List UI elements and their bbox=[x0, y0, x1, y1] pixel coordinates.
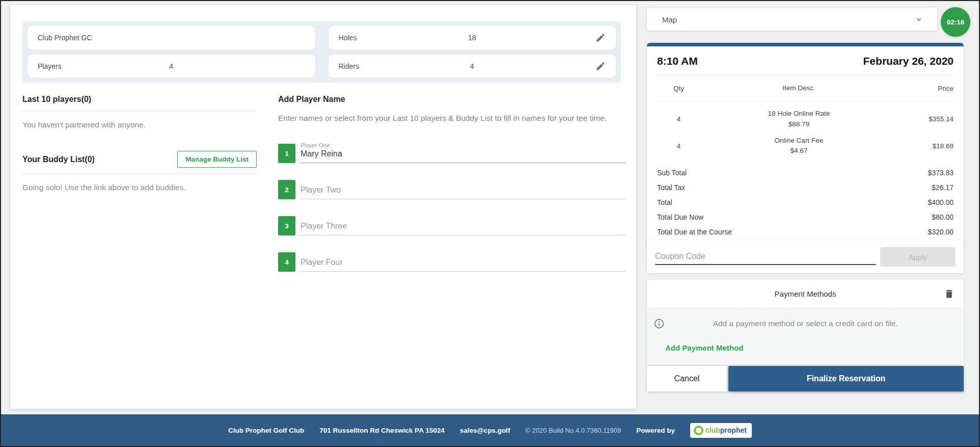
edit-holes-icon[interactable] bbox=[595, 33, 606, 43]
coupon-code-input[interactable] bbox=[655, 249, 876, 265]
footer-email-link[interactable]: sales@cps.golf bbox=[460, 427, 510, 434]
subtotal-row: Sub Total $373.83 bbox=[657, 165, 954, 180]
player-4-badge: 4 bbox=[278, 252, 295, 272]
due-at-course-row: Total Due at the Course $320.00 bbox=[657, 224, 954, 239]
holes-label: Holes bbox=[339, 34, 357, 42]
holes-card[interactable]: Holes 18 bbox=[329, 26, 616, 50]
footer-address: 701 Russellton Rd Cheswick PA 15024 bbox=[319, 427, 444, 434]
item-unit-price: $88.79 bbox=[788, 120, 809, 128]
player-row-2: 2 bbox=[278, 180, 626, 199]
apply-coupon-button[interactable]: Apply bbox=[880, 247, 956, 267]
order-summary-card: 8:10 AM February 26, 2020 Qty Item Desc.… bbox=[647, 43, 964, 247]
players-card[interactable]: Players 4 bbox=[28, 55, 315, 78]
player-4-name-input[interactable] bbox=[301, 258, 626, 271]
item-name: 18 Hole Online Rate bbox=[768, 110, 830, 117]
trash-icon[interactable] bbox=[944, 288, 955, 299]
total-label: Sub Total bbox=[657, 169, 687, 177]
item-desc: 18 Hole Online Rate $88.79 bbox=[700, 109, 897, 129]
item-price: $355.14 bbox=[897, 115, 954, 123]
holes-value: 18 bbox=[468, 34, 476, 42]
footer-club-name: Club Prophet Golf Club bbox=[228, 427, 304, 434]
player-3-badge: 3 bbox=[278, 216, 295, 235]
player-1-label: Player One bbox=[301, 142, 626, 148]
riders-value: 4 bbox=[470, 62, 474, 70]
riders-card[interactable]: Riders 4 bbox=[329, 55, 616, 78]
item-qty: 4 bbox=[657, 115, 700, 123]
course-card[interactable]: Club Prophet GC bbox=[28, 26, 315, 50]
tax-row: Total Tax $26.17 bbox=[657, 180, 954, 195]
chevron-down-icon bbox=[915, 15, 923, 23]
last10-title: Last 10 players(0) bbox=[22, 95, 257, 111]
action-buttons: Cancel Finalize Reservation bbox=[647, 366, 964, 391]
add-player-instructions: Enter names or select from your Last 10 … bbox=[278, 112, 617, 124]
tee-time-settings: Club Prophet GC Holes 18 Players 4 Rider… bbox=[22, 21, 621, 83]
logo-text-club: club bbox=[705, 426, 720, 434]
total-label: Total Due at the Course bbox=[657, 228, 732, 236]
cancel-button[interactable]: Cancel bbox=[647, 366, 727, 391]
player-2-badge: 2 bbox=[278, 180, 295, 199]
clubprophet-logo[interactable]: clubprophet bbox=[690, 423, 752, 438]
booking-panel: Club Prophet GC Holes 18 Players 4 Rider… bbox=[10, 5, 636, 409]
item-name: Online Cart Fee bbox=[775, 137, 823, 144]
col-qty: Qty bbox=[657, 85, 700, 92]
payment-methods-section: Payment Methods Add a payment method or … bbox=[647, 279, 964, 365]
total-value: $373.83 bbox=[928, 169, 954, 177]
player-1-name-input[interactable] bbox=[301, 149, 626, 163]
col-desc: Item Desc. bbox=[700, 83, 897, 93]
page: Club Prophet GC Holes 18 Players 4 Rider… bbox=[0, 0, 980, 447]
finalize-reservation-button[interactable]: Finalize Reservation bbox=[728, 366, 964, 391]
hold-timer-badge: 02:16 bbox=[941, 7, 970, 37]
tee-time: 8:10 AM bbox=[657, 55, 698, 67]
tee-date: February 26, 2020 bbox=[863, 55, 954, 67]
manage-buddy-list-button[interactable]: Manage Buddy List bbox=[177, 151, 257, 168]
item-qty: 4 bbox=[657, 142, 700, 150]
total-value: $80.00 bbox=[932, 213, 954, 221]
info-icon bbox=[654, 319, 664, 329]
buddy-empty-text: Going solo! Use the link above to add bu… bbox=[22, 183, 257, 192]
table-row: 4 Online Cart Fee $4.67 $18.69 bbox=[657, 133, 954, 160]
partners-column: Last 10 players(0) You haven't partnered… bbox=[22, 95, 257, 272]
total-value: $26.17 bbox=[932, 183, 954, 192]
item-desc: Online Cart Fee $4.67 bbox=[700, 136, 897, 156]
summary-table-header: Qty Item Desc. Price bbox=[657, 75, 954, 101]
total-value: $400.00 bbox=[928, 198, 954, 206]
total-label: Total Tax bbox=[657, 183, 685, 192]
add-payment-method-link[interactable]: Add Payment Method bbox=[665, 344, 743, 352]
logo-text-prophet: prophet bbox=[720, 426, 747, 434]
players-value: 4 bbox=[169, 62, 173, 70]
payment-methods-title: Payment Methods bbox=[775, 290, 836, 298]
player-row-3: 3 bbox=[278, 216, 626, 235]
table-row: 4 18 Hole Online Rate $88.79 $355.14 bbox=[657, 106, 954, 133]
clubprophet-logo-icon bbox=[694, 426, 703, 435]
map-select[interactable]: Map bbox=[647, 8, 937, 31]
due-now-row: Total Due Now $80.00 bbox=[657, 209, 954, 224]
buddy-list-title: Your Buddy List(0) bbox=[22, 155, 95, 164]
add-player-column: Add Player Name Enter names or select fr… bbox=[278, 95, 626, 272]
player-2-name-input[interactable] bbox=[301, 186, 626, 199]
edit-riders-icon[interactable] bbox=[595, 61, 606, 71]
item-price: $18.69 bbox=[897, 142, 954, 150]
powered-by-label: Powered by bbox=[636, 427, 675, 434]
footer: Club Prophet Golf Club 701 Russellton Rd… bbox=[1, 414, 979, 446]
total-row: Total $400.00 bbox=[657, 195, 954, 209]
payment-info-text: Add a payment method or select a credit … bbox=[657, 319, 954, 328]
players-label: Players bbox=[38, 62, 62, 70]
item-unit-price: $4.67 bbox=[791, 147, 808, 154]
map-select-value: Map bbox=[662, 15, 677, 24]
col-price: Price bbox=[897, 85, 954, 92]
player-3-name-input[interactable] bbox=[301, 222, 626, 235]
coupon-section: Apply bbox=[647, 241, 964, 273]
reservation-panel: Map 02:16 8:10 AM February 26, 2020 Qty … bbox=[647, 1, 964, 409]
riders-label: Riders bbox=[339, 62, 359, 70]
totals-block: Sub Total $373.83 Total Tax $26.17 Total… bbox=[657, 161, 954, 247]
total-label: Total bbox=[657, 198, 672, 206]
course-name: Club Prophet GC bbox=[38, 34, 92, 42]
player-1-badge: 1 bbox=[278, 144, 295, 163]
last10-empty-text: You haven't partnered with anyone. bbox=[22, 120, 257, 129]
footer-build-number: © 2020 Build No.4.0.7360.11909 bbox=[525, 427, 621, 434]
player-row-4: 4 bbox=[278, 252, 626, 272]
player-row-1: 1 Player One bbox=[278, 142, 626, 163]
total-label: Total Due Now bbox=[657, 213, 703, 221]
add-player-title: Add Player Name bbox=[278, 95, 626, 104]
total-value: $320.00 bbox=[928, 228, 954, 236]
